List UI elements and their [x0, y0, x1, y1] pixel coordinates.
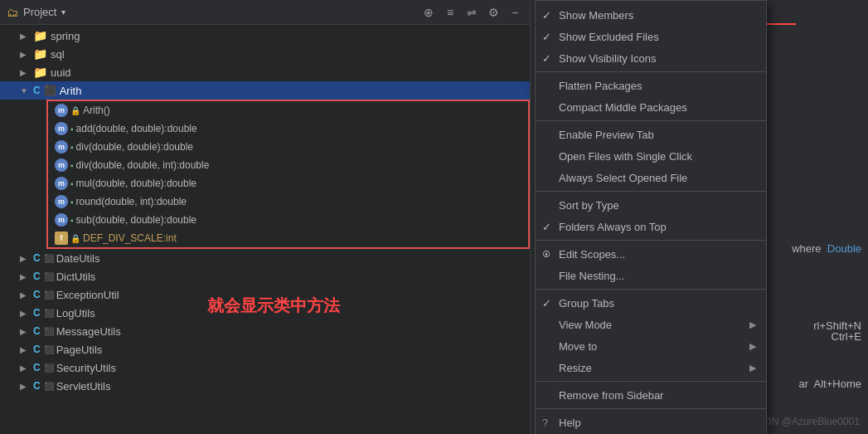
pkg-icon-arith: ⬛ [44, 85, 56, 96]
tree-item-securityutils[interactable]: ▶ C ⬛ SecurityUtils [0, 358, 530, 377]
menu-label-preview-tab: Enable Preview Tab [559, 129, 654, 141]
member-item-round[interactable]: m ▪ round(double, int):double [48, 193, 528, 211]
locate-icon[interactable]: ⊕ [420, 4, 437, 21]
code-hint-alt-home: ar Alt+Home [798, 378, 861, 390]
question-help: ? [542, 417, 548, 429]
submenu-arrow-move-to: ▶ [749, 341, 756, 352]
green-dot-sub: ▪ [70, 216, 74, 225]
lock-icon-constructor: 🔒 [70, 106, 80, 115]
menu-item-folders-top[interactable]: ✓ Folders Always on Top [536, 216, 766, 237]
member-label-def: DEF_DIV_SCALE:int [83, 232, 177, 244]
checkmark-folders-top: ✓ [542, 221, 551, 233]
separator-3 [536, 191, 766, 192]
menu-item-edit-scopes[interactable]: ⦿ Edit Scopes... [536, 243, 766, 265]
member-item-constructor[interactable]: m 🔒 Arith() [48, 101, 528, 119]
member-item-add[interactable]: m ▪ add(double, double):double [48, 119, 528, 138]
menu-label-group-tabs: Group Tabs [559, 297, 614, 310]
menu-label-help: Help [559, 417, 581, 429]
code-hint-ctrl-e: Ctrl+E [832, 330, 861, 343]
green-dot-add: ▪ [70, 124, 74, 134]
expand-icon[interactable]: ⇌ [463, 4, 480, 21]
member-label-div1: div(double, double):double [76, 141, 193, 153]
separator-2 [536, 120, 766, 121]
method-icon-add: m [55, 122, 68, 135]
submenu-arrow-view-mode: ▶ [749, 319, 756, 330]
checkmark-show-excluded: ✓ [542, 31, 551, 43]
tree-item-uuid[interactable]: ▶ 📁 uuid [0, 63, 530, 81]
submenu-arrow-resize: ▶ [749, 363, 756, 373]
tree-item-dateutils[interactable]: ▶ C ⬛ DateUtils [0, 249, 530, 267]
method-icon-div2: m [55, 158, 68, 172]
tree-item-exceptionutil[interactable]: ▶ C ⬛ ExceptionUtil [0, 285, 530, 304]
class-icon-dictutils: C [33, 271, 41, 282]
menu-item-always-select[interactable]: Always Select Opened File [536, 167, 766, 188]
settings-icon[interactable]: ⚙ [485, 4, 502, 21]
pkg-icon-dictutils: ⬛ [44, 272, 54, 281]
field-icon-def: f [55, 232, 68, 245]
pkg-icon-pageutils: ⬛ [44, 345, 54, 354]
member-label-add: add(double, double):double [76, 123, 197, 134]
tree-item-messageutils[interactable]: ▶ C ⬛ MessageUtils [0, 322, 530, 340]
folder-icon-sql: 📁 [33, 47, 47, 61]
menu-item-flatten-pkg[interactable]: Flatten Packages [536, 75, 766, 96]
menu-item-show-visibility[interactable]: ✓ Show Visibility Icons [536, 47, 766, 69]
menu-label-folders-top: Folders Always on Top [559, 221, 667, 233]
collapse-icon[interactable]: ≡ [442, 4, 458, 21]
tree-item-pageutils[interactable]: ▶ C ⬛ PageUtils [0, 340, 530, 358]
menu-item-group-tabs[interactable]: ✓ Group Tabs [536, 292, 766, 314]
tree-item-sql[interactable]: ▶ 📁 sql [0, 45, 530, 63]
method-icon-div1: m [55, 140, 68, 154]
menu-item-file-nesting[interactable]: File Nesting... [536, 265, 766, 286]
tree-label-arith: Arith [60, 85, 82, 97]
tree-item-servletutils[interactable]: ▶ C ⬛ ServletUtils [0, 377, 530, 395]
menu-label-sort-type: Sort by Type [559, 199, 619, 212]
member-item-def[interactable]: f 🔒 DEF_DIV_SCALE:int [48, 229, 528, 247]
watermark: CSDN @AzureBlue0001 [750, 416, 860, 427]
member-label-mul: mul(double, double):double [76, 178, 196, 189]
member-item-div2[interactable]: m ▪ div(double, double, int):double [48, 156, 528, 174]
tree-label-servletutils: ServletUtils [56, 380, 111, 393]
pkg-icon-dateutils: ⬛ [44, 254, 54, 263]
tree-item-spring[interactable]: ▶ 📁 spring [0, 27, 530, 45]
menu-item-preview-tab[interactable]: Enable Preview Tab [536, 124, 766, 145]
separator-4 [536, 240, 766, 241]
class-icon-messageutils: C [33, 325, 41, 337]
menu-item-move-to[interactable]: Move to ▶ [536, 335, 766, 357]
menu-item-show-excluded[interactable]: ✓ Show Excluded Files [536, 26, 766, 47]
member-item-div1[interactable]: m ▪ div(double, double):double [48, 138, 528, 156]
menu-item-resize[interactable]: Resize ▶ [536, 357, 766, 378]
menu-label-file-nesting: File Nesting... [559, 270, 624, 282]
menu-item-compact-pkg[interactable]: Compact Middle Packages [536, 96, 766, 118]
green-dot-div2: ▪ [70, 161, 74, 170]
green-dot-div1: ▪ [70, 143, 74, 152]
panel-dropdown-arrow[interactable]: ▾ [61, 7, 65, 17]
tree-label-pageutils: PageUtils [56, 344, 103, 356]
tree-label-messageutils: MessageUtils [56, 325, 121, 338]
minimize-icon[interactable]: − [507, 4, 523, 21]
tree-label-dateutils: DateUtils [56, 252, 100, 265]
method-icon-mul: m [55, 177, 68, 190]
tree-label-exceptionutil: ExceptionUtil [56, 289, 119, 301]
menu-item-remove-sidebar[interactable]: Remove from Sidebar [536, 384, 766, 406]
checkmark-show-visibility: ✓ [542, 52, 551, 65]
pkg-icon-exceptionutil: ⬛ [44, 290, 54, 300]
tree-label-sql: sql [51, 48, 65, 61]
menu-item-single-click[interactable]: Open Files with Single Click [536, 145, 766, 167]
panel-header: 🗂 Project ▾ ⊕ ≡ ⇌ ⚙ − [0, 0, 530, 25]
member-item-sub[interactable]: m ▪ sub(double, double):double [48, 211, 528, 229]
menu-item-view-mode[interactable]: View Mode ▶ [536, 314, 766, 335]
tree-item-arith[interactable]: ▼ C ⬛ Arith [0, 81, 530, 100]
separator-7 [536, 408, 766, 409]
tree-label-logutils: LogUtils [56, 307, 95, 319]
lock-icon-def: 🔒 [70, 234, 80, 243]
menu-item-show-members[interactable]: ✓ Show Members [536, 4, 766, 26]
member-item-mul[interactable]: m ▪ mul(double, double):double [48, 174, 528, 193]
project-panel: 🗂 Project ▾ ⊕ ≡ ⇌ ⚙ − ▶ 📁 spring ▶ 📁 sql [0, 0, 531, 434]
menu-label-single-click: Open Files with Single Click [559, 150, 692, 163]
panel-header-icons: ⊕ ≡ ⇌ ⚙ − [420, 4, 523, 21]
tree-item-dictutils[interactable]: ▶ C ⬛ DictUtils [0, 267, 530, 285]
menu-item-sort-type[interactable]: Sort by Type [536, 194, 766, 216]
menu-item-help[interactable]: ? Help [536, 412, 766, 433]
tree-item-logutils[interactable]: ▶ C ⬛ LogUtils [0, 304, 530, 322]
members-box: m 🔒 Arith() m ▪ add(double, double):doub… [46, 100, 530, 249]
